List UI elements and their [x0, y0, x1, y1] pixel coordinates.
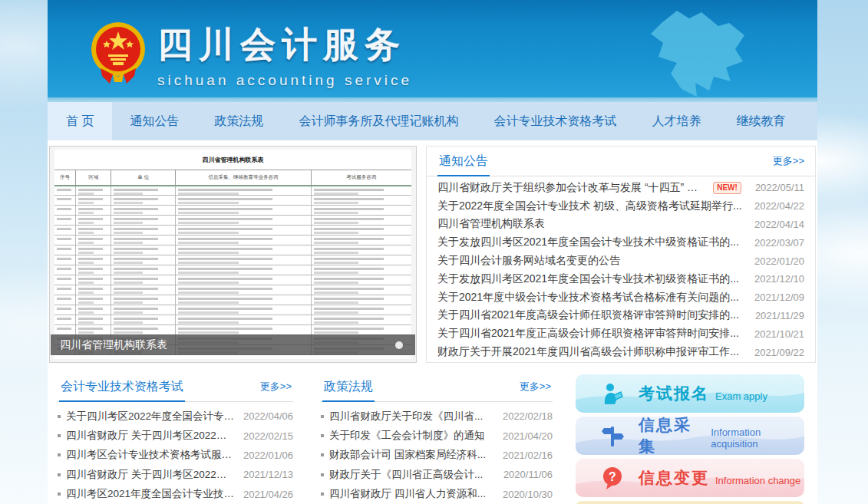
info-change-button[interactable]: ? 信息变更 Information change: [576, 459, 804, 497]
notices-title: 通知公告: [437, 147, 490, 176]
list-item[interactable]: 关于四川会计服务网站域名变更的公告2022/01/20: [437, 252, 804, 270]
list-item[interactable]: 四川省管理机构联系表2022/04/14: [437, 216, 804, 234]
nav-item-firms-agencies[interactable]: 会计师事务所及代理记账机构: [281, 102, 476, 140]
contact-table-title: 四川省管理机构联系表: [54, 150, 411, 170]
policy-title: 政策法规: [322, 372, 375, 402]
nav-item-qualification-exam[interactable]: 会计专业技术资格考试: [476, 102, 634, 140]
main-content: 四川省管理机构联系表 序号 区域 单 位 信息采集、继续教育等业务咨询 考试服务…: [48, 140, 817, 504]
svg-text:?: ?: [609, 470, 616, 483]
policy-more-link[interactable]: 更多>>: [520, 380, 551, 394]
notices-more-link[interactable]: 更多>>: [773, 154, 804, 168]
list-item[interactable]: 四川省财政厅 关于四川考区2022年度...2021/12/13: [58, 465, 293, 484]
list-item[interactable]: 关于2022年度全国会计专业技术 初级、高级资格考试延期举行...2022/04…: [437, 197, 804, 216]
national-emblem-icon: [90, 19, 147, 85]
nav-item-notices[interactable]: 通知公告: [112, 102, 196, 140]
banner-bottom-strip: [48, 97, 817, 102]
reader-icon: [600, 381, 625, 406]
site-banner: 四川会计服务 sichuan accounting service: [48, 0, 817, 102]
bullet-icon: [58, 453, 61, 456]
bullet-icon: [321, 415, 324, 418]
list-item[interactable]: 财政厅关于开展2021年度四川省高级会计师职称申报评审工作...2021/09/…: [437, 343, 804, 361]
site-title: 四川会计服务: [157, 21, 412, 69]
list-item[interactable]: 财政厅关于《四川省正高级会计...2020/11/06: [321, 465, 553, 484]
list-item[interactable]: 财政部会计司 国家档案局经济科...2021/02/16: [321, 446, 553, 465]
list-item[interactable]: 关于四川省2021年度高级会计师任职资格评审答辩时间安排的...2021/11/…: [437, 307, 804, 325]
signpost-icon: [600, 423, 625, 448]
new-badge: NEW!: [713, 182, 741, 194]
carousel-caption: 四川省管理机构联系表: [60, 338, 167, 352]
list-item[interactable]: 关于发放四川考区2021年度全国会计专业技术初级资格证书的...2021/12/…: [437, 270, 804, 288]
site-subtitle: sichuan accounting service: [157, 72, 412, 89]
carousel-caption-bar: 四川省管理机构联系表: [51, 334, 415, 355]
list-item[interactable]: 四川省财政厅 四川省人力资源和...2020/10/30: [321, 485, 553, 504]
exam-list: 关于四川考区2022年度全国会计专业...2022/04/06 四川省财政厅 关…: [58, 402, 293, 504]
col-seq: 序号: [54, 170, 76, 185]
carousel-image[interactable]: 四川省管理机构联系表 序号 区域 单 位 信息采集、继续教育等业务咨询 考试服务…: [49, 146, 417, 363]
list-item[interactable]: 四川考区会计专业技术资格考试服务事...2022/01/06: [58, 446, 293, 465]
policy-panel: 政策法规 更多>> 四川省财政厅关于印发《四川省...2022/02/18 关于…: [321, 372, 553, 504]
quick-links: 考试报名 Exam apply 信息采集 Information acquisi…: [576, 372, 804, 504]
notices-panel: 通知公告 更多>> 四川省财政厅关于组织参加会计改革与发展 “十四五” 规划网.…: [426, 146, 816, 363]
bullet-icon: [58, 473, 61, 476]
nav-item-home[interactable]: 首 页: [48, 102, 112, 140]
exam-apply-button[interactable]: 考试报名 Exam apply: [576, 374, 804, 413]
nav-item-policies[interactable]: 政策法规: [196, 102, 281, 140]
list-item[interactable]: 关于四川考区2022年度全国会计专业...2022/04/06: [58, 407, 293, 426]
col-unit: 单 位: [111, 170, 176, 185]
exam-title: 会计专业技术资格考试: [59, 372, 185, 402]
col-exam-consult: 考试服务咨询: [312, 170, 411, 185]
question-icon: ?: [600, 466, 625, 490]
bullet-icon: [58, 434, 61, 437]
carousel-dot[interactable]: [395, 341, 403, 349]
bullet-icon: [321, 434, 324, 437]
bullet-icon: [58, 492, 61, 496]
info-acquisition-button[interactable]: 信息采集 Information acquisition: [576, 417, 804, 455]
bullet-icon: [321, 453, 324, 456]
bullet-icon: [321, 473, 324, 476]
page-container: 四川会计服务 sichuan accounting service 首 页 通知…: [48, 0, 817, 504]
col-info-consult: 信息采集、继续教育等业务咨询: [176, 170, 312, 185]
list-item[interactable]: 四川考区2021年度全国会计专业技术...2021/04/26: [58, 485, 293, 504]
list-item[interactable]: 关于四川省2021年度正高级会计师任职资格评审答辩时间安排...2021/10/…: [437, 324, 804, 343]
bullet-icon: [321, 492, 324, 496]
list-item[interactable]: 四川省财政厅关于印发《四川省...2022/02/18: [321, 407, 553, 426]
policy-list: 四川省财政厅关于印发《四川省...2022/02/18 关于印发《工会会计制度》…: [321, 402, 553, 504]
nav-item-continuing-education[interactable]: 继续教育: [718, 102, 803, 140]
contact-table-header: 序号 区域 单 位 信息采集、继续教育等业务咨询 考试服务咨询: [54, 170, 411, 186]
list-item[interactable]: 关于印发《工会会计制度》的通知2021/04/20: [321, 426, 553, 445]
contact-table-image: 四川省管理机构联系表 序号 区域 单 位 信息采集、继续教育等业务咨询 考试服务…: [54, 150, 411, 359]
quick-link-partial[interactable]: [576, 501, 804, 504]
main-nav: 首 页 通知公告 政策法规 会计师事务所及代理记账机构 会计专业技术资格考试 人…: [48, 102, 817, 140]
col-region: 区域: [76, 170, 112, 185]
list-item[interactable]: 四川省财政厅 关于四川考区2022年度...2022/02/15: [58, 426, 293, 445]
notices-list: 四川省财政厅关于组织参加会计改革与发展 “十四五” 规划网... NEW! 20…: [427, 176, 815, 361]
sichuan-map-icon: [631, 2, 784, 101]
list-item[interactable]: 四川省财政厅关于组织参加会计改革与发展 “十四五” 规划网... NEW! 20…: [437, 179, 804, 197]
exam-panel: 会计专业技术资格考试 更多>> 关于四川考区2022年度全国会计专业...202…: [58, 372, 293, 504]
list-item[interactable]: 关于发放四川考区2021年度全国会计专业技术中级资格证书的...2022/03/…: [437, 233, 804, 252]
list-item[interactable]: 关于2021年度中级会计专业技术资格考试合格标准有关问题的...2021/12/…: [437, 288, 804, 307]
bullet-icon: [58, 415, 61, 418]
exam-more-link[interactable]: 更多>>: [260, 380, 292, 394]
nav-item-talent-training[interactable]: 人才培养: [634, 102, 718, 140]
